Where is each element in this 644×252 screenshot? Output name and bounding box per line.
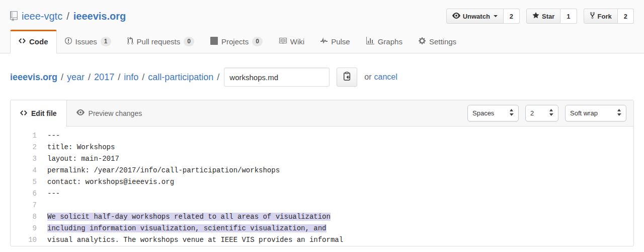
line-number: 10 (11, 234, 37, 246)
tab-pull-requests[interactable]: Pull requests 0 (119, 30, 202, 53)
breadcrumb-segment-2017[interactable]: 2017 (94, 72, 114, 83)
caret-down-icon (494, 15, 498, 19)
code-line: 1 --- (11, 130, 633, 142)
wrap-mode-value: Soft wrap (570, 109, 598, 117)
code-icon (20, 109, 27, 118)
up-down-arrows-icon (542, 109, 553, 117)
up-down-arrows-icon (610, 109, 621, 117)
indent-size-select[interactable]: 2 (525, 105, 558, 121)
tab-settings-label: Settings (429, 37, 456, 46)
line-text-selected: We solicit half-day workshops related to… (47, 213, 331, 221)
clipboard-arrow-icon (343, 72, 351, 83)
tab-wiki-label: Wiki (290, 37, 304, 46)
project-icon (210, 37, 218, 46)
line-number: 2 (11, 142, 37, 153)
line-number: 3 (11, 153, 37, 165)
tab-edit-file-label: Edit file (31, 109, 57, 117)
star-label: Star (542, 13, 554, 20)
star-button[interactable]: Star (526, 9, 560, 24)
tab-edit-file[interactable]: Edit file (11, 100, 67, 127)
indent-mode-select[interactable]: Spaces (467, 105, 519, 121)
tab-issues[interactable]: Issues 1 (57, 30, 119, 53)
line-text: permalink: /year/2017/info/call-particip… (37, 165, 280, 176)
copy-path-button[interactable] (337, 68, 357, 87)
or-text: or (364, 73, 371, 82)
pulse-icon (320, 37, 328, 46)
line-number: 1 (11, 130, 37, 142)
fork-button[interactable]: Fork (584, 9, 618, 24)
tab-projects[interactable]: Projects 0 (202, 30, 271, 53)
line-text: visual analytics. The workshops venue at… (37, 234, 343, 246)
tab-preview-changes[interactable]: Preview changes (67, 100, 152, 126)
breadcrumb-separator: / (217, 72, 219, 83)
eye-icon (452, 12, 460, 21)
unwatch-label: Unwatch (463, 13, 490, 20)
breadcrumb-segment-call-participation[interactable]: call-participation (148, 72, 213, 83)
code-line-selected: 8 We solicit half-day workshops related … (11, 211, 633, 223)
code-line: 3 layout: main-2017 (11, 153, 633, 165)
fork-icon (590, 12, 595, 21)
tab-issues-label: Issues (75, 37, 97, 46)
repo-name-link[interactable]: ieeevis.org (73, 11, 126, 22)
repo-book-icon (10, 11, 18, 21)
code-icon (19, 37, 26, 46)
repo-nav: Code Issues 1 Pull requests 0 Projects 0… (0, 30, 644, 53)
code-line: 2 title: Workshops (11, 142, 633, 153)
breadcrumb: ieeevis.org / year / 2017 / info / call-… (0, 53, 644, 87)
tab-graphs[interactable]: Graphs (358, 30, 411, 53)
repo-title: ieee-vgtc / ieeevis.org (10, 11, 126, 22)
code-line: 4 permalink: /year/2017/info/call-partic… (11, 165, 633, 176)
star-icon (532, 12, 539, 21)
tab-code[interactable]: Code (10, 30, 57, 53)
repo-pagehead: ieee-vgtc / ieeevis.org Unwatch 2 Star 1 (0, 0, 644, 53)
tab-projects-label: Projects (221, 37, 249, 46)
unwatch-button[interactable]: Unwatch (446, 9, 504, 24)
editor-controls: Spaces 2 Soft wrap (467, 100, 633, 126)
indent-mode-value: Spaces (472, 109, 494, 117)
tab-pull-requests-label: Pull requests (137, 37, 181, 46)
line-text: --- (37, 130, 60, 142)
tab-pulse-label: Pulse (331, 37, 350, 46)
tab-graphs-label: Graphs (378, 37, 403, 46)
line-text: title: Workshops (37, 142, 115, 153)
issues-counter: 1 (101, 37, 111, 46)
tab-settings[interactable]: Settings (411, 30, 464, 53)
line-number: 9 (11, 223, 37, 234)
pull-requests-counter: 0 (184, 37, 194, 46)
breadcrumb-separator: / (118, 72, 120, 83)
git-pull-request-icon (127, 37, 133, 46)
eye-icon (76, 108, 85, 118)
breadcrumb-repo-link[interactable]: ieeevis.org (10, 72, 57, 83)
wrap-mode-select[interactable]: Soft wrap (565, 105, 626, 121)
file-editor-box: Edit file Preview changes Spaces 2 Soft … (10, 100, 634, 246)
gear-icon (419, 37, 426, 46)
repo-owner-link[interactable]: ieee-vgtc (22, 11, 62, 22)
code-editor[interactable]: 1 --- 2 title: Workshops 3 layout: main-… (11, 127, 633, 246)
stargazers-count[interactable]: 1 (560, 9, 577, 24)
projects-counter: 0 (252, 37, 263, 46)
repo-title-row: ieee-vgtc / ieeevis.org Unwatch 2 Star 1 (0, 0, 644, 30)
fork-label: Fork (598, 13, 612, 20)
line-number: 6 (11, 188, 37, 200)
line-number: 7 (11, 200, 37, 211)
code-line: 6 --- (11, 188, 633, 200)
tab-wiki[interactable]: Wiki (271, 30, 312, 53)
breadcrumb-separator: / (61, 72, 63, 83)
up-down-arrows-icon (502, 109, 514, 117)
watchers-count[interactable]: 2 (504, 9, 520, 24)
breadcrumb-segment-info[interactable]: info (124, 72, 138, 83)
breadcrumb-segment-year[interactable]: year (67, 72, 85, 83)
code-line: 5 contact: workshops@ieeevis.org (11, 176, 633, 188)
line-text: contact: workshops@ieeevis.org (37, 176, 174, 188)
indent-size-value: 2 (530, 109, 534, 117)
watch-button-group: Unwatch 2 (446, 9, 520, 24)
star-button-group: Star 1 (526, 9, 577, 24)
code-line: 7 (11, 200, 633, 211)
forks-count[interactable]: 2 (618, 9, 634, 24)
cancel-link[interactable]: cancel (374, 73, 397, 82)
filename-input[interactable] (224, 68, 330, 87)
line-number: 8 (11, 211, 37, 223)
line-text: --- (37, 188, 60, 200)
line-text-selected: including information visualization, sci… (47, 224, 327, 232)
tab-pulse[interactable]: Pulse (312, 30, 358, 53)
